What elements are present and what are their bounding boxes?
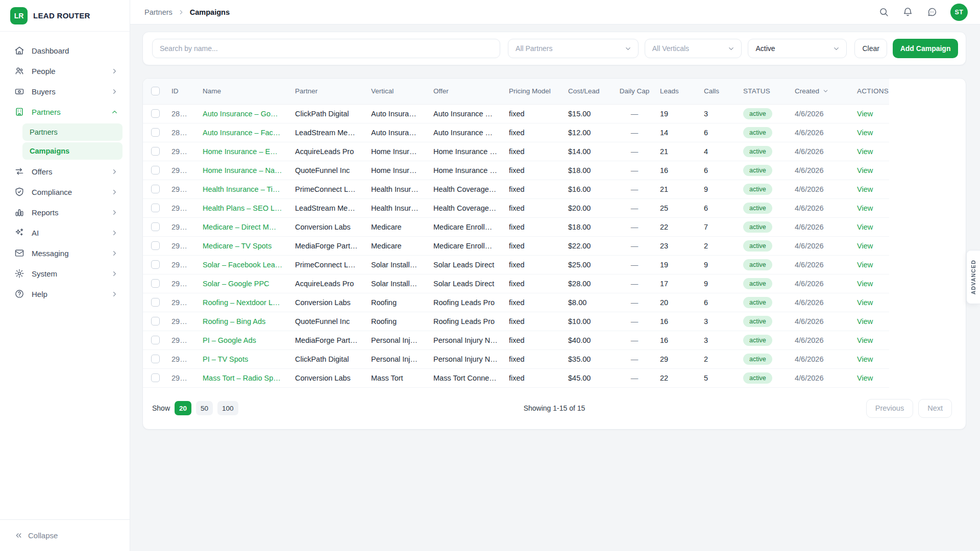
campaign-name-link[interactable]: Medicare – TV Spots	[203, 242, 272, 250]
campaign-offer: Home Insurance …	[433, 161, 509, 180]
campaign-name-link[interactable]: Home Insurance – Na…	[203, 166, 282, 174]
view-link[interactable]: View	[857, 317, 873, 325]
row-checkbox[interactable]	[151, 260, 160, 269]
campaign-name-link[interactable]: Roofing – Nextdoor L…	[203, 298, 280, 307]
campaign-daily-cap: —	[619, 368, 650, 387]
sidebar-item-people[interactable]: People	[0, 61, 130, 81]
campaign-name-link[interactable]: Health Insurance – Ti…	[203, 185, 280, 193]
sidebar-item-help[interactable]: Help	[0, 284, 130, 304]
campaign-daily-cap: —	[619, 198, 650, 217]
campaign-id: 29…	[172, 142, 203, 161]
row-checkbox[interactable]	[151, 185, 160, 193]
row-checkbox[interactable]	[151, 336, 160, 344]
status-filter-select[interactable]: Active	[748, 39, 847, 58]
campaign-created-date: 4/6/2026	[787, 293, 848, 312]
campaign-vertical: Solar Install…	[371, 255, 433, 274]
sidebar-item-label: Buyers	[32, 87, 104, 96]
view-link[interactable]: View	[857, 166, 873, 174]
row-checkbox[interactable]	[151, 298, 160, 307]
sidebar-item-system[interactable]: System	[0, 263, 130, 284]
row-checkbox[interactable]	[151, 373, 160, 382]
search-icon[interactable]	[878, 7, 889, 17]
campaign-name-link[interactable]: Health Plans – SEO L…	[203, 204, 282, 212]
clear-button[interactable]: Clear	[854, 39, 887, 58]
campaign-calls: 7	[685, 217, 726, 236]
collapse-button[interactable]: Collapse	[0, 519, 130, 551]
view-link[interactable]: View	[857, 336, 873, 344]
breadcrumb-parent[interactable]: Partners	[144, 8, 173, 16]
view-link[interactable]: View	[857, 298, 873, 307]
next-page-button[interactable]: Next	[918, 399, 952, 418]
sidebar-item-ai[interactable]: AI	[0, 222, 130, 243]
campaign-daily-cap: —	[619, 180, 650, 198]
campaign-vertical: Personal Inj…	[371, 331, 433, 349]
campaign-daily-cap: —	[619, 349, 650, 368]
partner-filter-select[interactable]: All Partners	[508, 39, 639, 58]
campaign-name-link[interactable]: PI – Google Ads	[203, 336, 256, 344]
row-checkbox[interactable]	[151, 147, 160, 156]
previous-page-button[interactable]: Previous	[866, 399, 913, 418]
view-link[interactable]: View	[857, 129, 873, 137]
row-checkbox[interactable]	[151, 109, 160, 118]
sidebar-subitem-campaigns[interactable]: Campaigns	[22, 142, 122, 160]
page-size-100-button[interactable]: 100	[217, 401, 238, 415]
vertical-filter-select[interactable]: All Verticals	[645, 39, 742, 58]
view-link[interactable]: View	[857, 147, 873, 156]
sidebar-item-messaging[interactable]: Messaging	[0, 243, 130, 263]
campaign-offer: Medicare Enroll…	[433, 236, 509, 255]
campaign-leads: 22	[650, 368, 685, 387]
view-link[interactable]: View	[857, 261, 873, 269]
row-checkbox[interactable]	[151, 166, 160, 174]
sidebar-item-buyers[interactable]: Buyers	[0, 81, 130, 102]
view-link[interactable]: View	[857, 355, 873, 363]
row-checkbox[interactable]	[151, 128, 160, 137]
campaign-name-link[interactable]: Mass Tort – Radio Sp…	[203, 374, 281, 382]
row-checkbox[interactable]	[151, 204, 160, 212]
view-link[interactable]: View	[857, 185, 873, 193]
campaign-name-link[interactable]: Solar – Google PPC	[203, 280, 270, 288]
row-checkbox[interactable]	[151, 222, 160, 231]
row-checkbox[interactable]	[151, 355, 160, 363]
search-input[interactable]	[152, 39, 500, 58]
advanced-tab[interactable]: ADVANCED	[966, 250, 980, 304]
page-size-50-button[interactable]: 50	[196, 401, 213, 415]
sidebar-item-compliance[interactable]: Compliance	[0, 182, 130, 202]
campaign-name-link[interactable]: PI – TV Spots	[203, 355, 248, 363]
sidebar-item-label: Reports	[32, 208, 104, 217]
campaign-pricing-model: fixed	[509, 217, 568, 236]
row-checkbox[interactable]	[151, 241, 160, 250]
view-link[interactable]: View	[857, 374, 873, 382]
campaign-name-link[interactable]: Solar – Facebook Lea…	[203, 261, 282, 269]
sidebar-item-offers[interactable]: Offers	[0, 161, 130, 182]
sidebar-subitem-partners[interactable]: Partners	[22, 123, 122, 141]
page-size-20-button[interactable]: 20	[175, 401, 191, 415]
sidebar-subitem-label: Partners	[30, 128, 58, 136]
add-campaign-button[interactable]: Add Campaign	[893, 39, 958, 58]
view-link[interactable]: View	[857, 280, 873, 288]
sidebar-item-partners[interactable]: Partners	[0, 102, 130, 122]
view-link[interactable]: View	[857, 223, 873, 231]
brand-logo: LR	[10, 7, 28, 24]
campaign-name-link[interactable]: Auto Insurance – Fac…	[203, 129, 280, 137]
view-link[interactable]: View	[857, 110, 873, 118]
campaign-name-link[interactable]: Auto Insurance – Go…	[203, 110, 278, 118]
campaign-created-date: 4/6/2026	[787, 255, 848, 274]
chat-icon[interactable]	[926, 7, 937, 17]
row-checkbox[interactable]	[151, 279, 160, 288]
sidebar-item-reports[interactable]: Reports	[0, 202, 130, 222]
view-link[interactable]: View	[857, 204, 873, 212]
campaign-cost-per-lead: $22.00	[568, 236, 619, 255]
campaign-name-link[interactable]: Roofing – Bing Ads	[203, 317, 265, 325]
campaign-daily-cap: —	[619, 217, 650, 236]
table-row: 29… Medicare – TV Spots MediaForge Part……	[143, 236, 889, 255]
view-link[interactable]: View	[857, 242, 873, 250]
campaign-name-link[interactable]: Medicare – Direct M…	[203, 223, 276, 231]
campaign-name-link[interactable]: Home Insurance – E…	[203, 147, 278, 156]
sidebar-item-dashboard[interactable]: Dashboard	[0, 40, 130, 61]
campaign-calls: 6	[685, 123, 726, 142]
select-all-checkbox[interactable]	[151, 87, 160, 95]
row-checkbox[interactable]	[151, 317, 160, 325]
avatar[interactable]: ST	[950, 4, 968, 21]
column-header-created[interactable]: Created	[787, 79, 848, 104]
bell-icon[interactable]	[902, 7, 913, 17]
